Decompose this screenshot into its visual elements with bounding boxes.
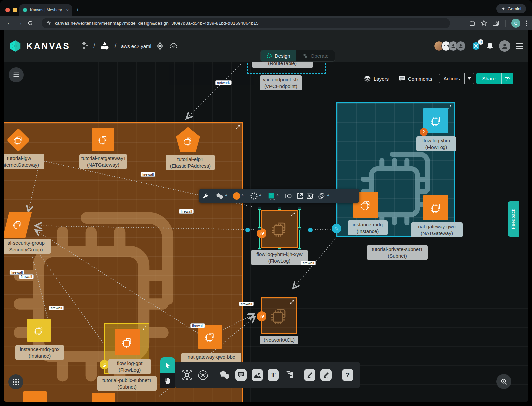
browser-menu-icon[interactable] [526, 20, 527, 26]
tab-design[interactable]: Design [261, 50, 296, 61]
edge-label-firewall[interactable]: firewall [239, 302, 254, 306]
collapse-icon[interactable] [291, 212, 295, 216]
private-subnet-label[interactable]: tutorial-private-subnet1(Subnet) [367, 245, 428, 260]
pencil-tool-icon[interactable] [320, 369, 332, 381]
edge-label-firewall[interactable]: firewall [190, 323, 205, 328]
vpc-endpoint-label[interactable]: vpc endpoint-slz(VPCEndpoint) [260, 75, 302, 90]
zoom-button[interactable] [496, 374, 511, 389]
container-style-button[interactable]: ^ [267, 192, 279, 200]
public-subnet-label[interactable]: tutorial-public-subnet1(Subnet) [97, 376, 157, 391]
flow-log-gpt-badge[interactable] [100, 360, 109, 369]
organization-icon[interactable] [80, 41, 89, 51]
tab-search-icon[interactable] [493, 20, 500, 26]
share-link-icon[interactable] [502, 73, 513, 84]
actions-button[interactable]: Actions [439, 73, 474, 84]
node-flow-log-gpt[interactable] [115, 329, 140, 355]
network-acl-badge[interactable] [257, 311, 266, 321]
fill-color-button[interactable]: ^ [233, 192, 244, 200]
resize-width-icon[interactable] [285, 193, 294, 199]
cloud-sync-icon[interactable] [169, 42, 179, 50]
apps-grid-button[interactable] [8, 374, 23, 389]
connection-dot[interactable] [245, 228, 250, 232]
comment-tool-icon[interactable] [235, 369, 247, 381]
edge-label-network[interactable]: network [215, 80, 232, 85]
collaborator-avatar[interactable] [456, 41, 466, 51]
open-in-new-icon[interactable] [297, 193, 303, 199]
flow-log-selected-label[interactable]: flow log-yhm-kjh-xyw(FlowLog) [251, 250, 308, 265]
group-lasso-button[interactable]: ^ [318, 192, 329, 200]
subnet-container-badge[interactable] [332, 224, 341, 233]
back-button[interactable]: ← [5, 20, 15, 26]
node-partial-bottom[interactable] [92, 393, 115, 402]
tab-close-icon[interactable]: × [66, 8, 69, 13]
connection-dot[interactable] [308, 228, 313, 232]
app-menu-icon[interactable] [516, 42, 523, 50]
flow-log-yhm-count-badge[interactable]: 2 [420, 128, 428, 136]
mesh-sync-icon[interactable] [182, 369, 192, 381]
share-label[interactable]: Share [476, 73, 502, 84]
tab-operate[interactable]: Operate [296, 50, 335, 61]
collapse-icon[interactable] [142, 326, 147, 330]
user-avatar[interactable] [499, 40, 510, 52]
node-elastic-ip[interactable] [176, 127, 200, 152]
edge-label-firewall[interactable]: firewall [10, 270, 24, 275]
design-file-name[interactable]: aws ec2.yaml [121, 43, 151, 49]
close-window-button[interactable] [5, 8, 10, 12]
collapse-icon[interactable] [290, 300, 294, 304]
actions-dropdown-caret[interactable] [465, 73, 474, 84]
notifications-bell-icon[interactable] [486, 42, 494, 50]
node-nat-gateway-qwo-bbc[interactable] [198, 325, 222, 349]
node-nat-gateway-1[interactable] [92, 128, 114, 151]
layers-button[interactable]: Layers [364, 75, 389, 82]
text-tool-icon[interactable]: T [268, 369, 279, 381]
nat-gateway-qwo-label[interactable]: nat gateway-qwo(NATGateway) [411, 222, 463, 237]
instance-gnx-label[interactable]: instance-mdq-gnx(Instance) [15, 345, 64, 360]
security-group-label[interactable]: al-security-groupSecurityGroup) [4, 239, 51, 254]
site-info-icon[interactable] [46, 21, 51, 26]
workspace-icon[interactable] [100, 41, 110, 51]
note-tool-icon[interactable] [284, 370, 294, 380]
add-image-icon[interactable] [306, 193, 314, 199]
pan-tool-button[interactable] [160, 373, 175, 388]
resize-handle[interactable] [258, 207, 261, 210]
help-button[interactable]: ? [342, 369, 353, 381]
save-icon[interactable] [469, 20, 475, 26]
edge-label-firewall[interactable]: firewall [179, 209, 194, 214]
node-flow-log-yhm[interactable] [423, 108, 448, 133]
pen-tool-icon[interactable] [304, 369, 315, 381]
minimize-window-button[interactable] [13, 8, 17, 12]
extension-icon[interactable] [156, 42, 164, 50]
wrench-icon[interactable] [202, 193, 209, 199]
comments-button[interactable]: Comments [398, 75, 432, 82]
kanvas-logo-icon[interactable] [9, 40, 22, 52]
flow-log-gpt-label[interactable]: flow log-gpt(FlowLog) [108, 359, 151, 374]
gemini-button[interactable]: Gemini [496, 4, 526, 13]
bookmark-star-icon[interactable] [481, 20, 487, 26]
node-security-group[interactable] [6, 212, 29, 238]
feedback-tab[interactable]: Feedback [508, 201, 519, 237]
instance-mdq-label[interactable]: instance-mdq(Instance) [348, 220, 388, 235]
share-button[interactable]: Share [476, 73, 513, 84]
shapes-tool-icon[interactable] [219, 369, 230, 381]
browser-tab[interactable]: Kanvas | Meshery × [19, 4, 72, 16]
edge-label-firewall[interactable]: firewall [49, 306, 64, 310]
new-tab-button[interactable]: + [76, 7, 79, 13]
node-instance-gnx[interactable] [27, 319, 51, 342]
browser-profile-avatar[interactable]: C [511, 19, 520, 28]
collaborator-avatars[interactable] [434, 41, 466, 51]
stroke-style-button[interactable]: ^ [250, 192, 261, 200]
selected-node-body[interactable] [261, 210, 298, 248]
node-nat-gateway-qwo[interactable] [423, 195, 448, 220]
edge-label-firewall[interactable]: firewall [301, 261, 316, 265]
internet-gateway-label[interactable]: tutorial-igw(InternetGateway) [4, 154, 44, 169]
node-partial-bottom[interactable] [23, 391, 47, 402]
resize-handle[interactable] [298, 207, 301, 210]
forward-button[interactable]: → [15, 20, 25, 26]
node-network-acl[interactable] [261, 297, 297, 334]
edge-label-firewall[interactable]: firewall [141, 172, 155, 177]
resize-handle[interactable] [298, 227, 301, 230]
reload-button[interactable] [27, 20, 33, 26]
resize-handle[interactable] [258, 227, 261, 230]
edge-label-firewall[interactable]: firewall [19, 274, 34, 279]
resize-handle[interactable] [278, 207, 281, 210]
